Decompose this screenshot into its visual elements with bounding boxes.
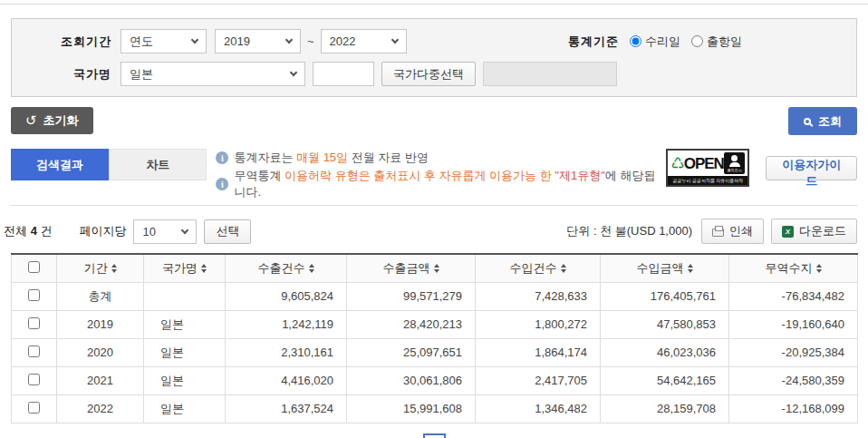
row-checkbox-cell — [12, 310, 57, 338]
cell-import-amount: 28,159,708 — [601, 394, 729, 423]
row-checkbox-cell — [12, 282, 57, 310]
cell-import-count: 1,800,272 — [476, 310, 601, 338]
column-label: 무역수지 — [766, 260, 813, 277]
cell-trade-balance: -12,168,099 — [729, 394, 858, 423]
chevron-down-icon — [285, 36, 293, 44]
notice-block: i 통계자료는 매월 15일 전월 자료 반영 i 무역통계 이용허락 유형은 … — [216, 149, 666, 200]
country-value: 일본 — [130, 66, 153, 83]
column-header-export-amount[interactable]: 수출금액 — [347, 254, 476, 282]
column-header-country[interactable]: 국가명 — [144, 254, 226, 282]
excel-icon: X — [782, 226, 794, 238]
cell-export-count: 2,310,161 — [226, 338, 347, 366]
cell-import-amount: 176,405,761 — [601, 282, 729, 310]
sort-icon[interactable] — [201, 264, 207, 273]
tab-label: 검색결과 — [36, 157, 83, 173]
cell-country: 일본 — [144, 394, 226, 423]
select-button[interactable]: 선택 — [204, 219, 251, 244]
cell-export-count: 9,605,824 — [226, 282, 347, 310]
cell-period: 2021 — [57, 366, 144, 394]
radio-input[interactable] — [691, 35, 703, 47]
tab-search-results[interactable]: 검색결과 — [11, 149, 109, 180]
per-page-value: 10 — [142, 225, 155, 238]
cell-import-count: 1,864,174 — [476, 338, 601, 366]
search-button[interactable]: 조회 — [788, 107, 857, 135]
radio-label: 수리일 — [645, 34, 680, 50]
cell-import-count: 2,417,705 — [476, 366, 601, 394]
country-select[interactable]: 일본 — [121, 62, 305, 86]
year-from-select[interactable]: 2019 — [215, 29, 301, 54]
cell-country — [144, 282, 226, 310]
cell-country: 일본 — [144, 310, 226, 338]
column-header-import-amount[interactable]: 수입금액 — [601, 254, 729, 282]
cell-export-count: 4,416,020 — [226, 366, 347, 394]
year-to-select[interactable]: 2022 — [321, 29, 407, 54]
row-checkbox[interactable] — [28, 289, 40, 301]
period-label: 조회기간 — [24, 34, 111, 50]
tab-chart[interactable]: 차트 — [109, 149, 207, 180]
period-type-select[interactable]: 연도 — [121, 29, 207, 54]
sort-icon[interactable] — [309, 264, 314, 273]
select-all-cell — [12, 254, 57, 282]
sort-icon[interactable] — [688, 264, 693, 273]
cell-period: 총계 — [57, 282, 144, 310]
row-checkbox[interactable] — [28, 317, 40, 329]
table-row: 2020일본2,310,16125,097,6511,864,17446,023… — [12, 338, 858, 366]
year-from-value: 2019 — [224, 34, 250, 48]
sort-icon[interactable] — [561, 264, 566, 273]
top-divider — [0, 4, 868, 5]
radio-label: 출항일 — [707, 34, 742, 50]
cell-period: 2020 — [57, 338, 144, 366]
notice-line: i 무역통계 이용허락 유형은 출처표시 후 자유롭게 이용가능 한 "제1유형… — [216, 168, 666, 200]
print-button[interactable]: 인쇄 — [701, 219, 764, 244]
info-icon: i — [216, 151, 228, 164]
column-header-import-count[interactable]: 수입건수 — [476, 254, 601, 282]
country-code-input[interactable] — [313, 62, 374, 86]
row-checkbox[interactable] — [28, 374, 40, 385]
radio-input[interactable] — [630, 35, 641, 47]
select-all-checkbox[interactable] — [28, 261, 40, 273]
table-row: 2019일본1,242,11928,420,2131,800,27247,580… — [12, 310, 858, 338]
sort-icon[interactable] — [111, 264, 117, 273]
range-separator: ~ — [307, 34, 314, 48]
cell-import-count: 1,346,482 — [476, 394, 601, 423]
per-page-label: 페이지당 — [79, 223, 126, 239]
print-button-label: 인쇄 — [729, 223, 753, 239]
country-multi-select-button[interactable]: 국가다중선택 — [381, 62, 476, 86]
per-page-select[interactable]: 10 — [133, 219, 197, 244]
stats-basis-radio-수리일[interactable]: 수리일 — [630, 34, 680, 50]
column-header-period[interactable]: 기간 — [57, 254, 144, 282]
results-table: 기간국가명수출건수수출금액수입건수수입금액무역수지 총계9,605,82499,… — [11, 253, 858, 423]
info-icon: i — [216, 178, 228, 190]
user-guide-button[interactable]: 이용자가이드 — [766, 156, 857, 180]
column-header-export-count[interactable]: 수출건수 — [226, 254, 347, 282]
table-row: 2022일본1,637,52415,991,6081,346,48228,159… — [12, 394, 858, 423]
row-checkbox-cell — [12, 338, 57, 366]
column-header-trade-balance[interactable]: 무역수지 — [729, 254, 858, 282]
download-button-label: 다운로드 — [799, 223, 846, 239]
stats-basis-radios: 수리일출항일 — [630, 34, 742, 50]
cell-import-amount: 54,642,165 — [601, 366, 729, 394]
row-checkbox-cell — [12, 394, 57, 423]
chevron-down-icon — [191, 36, 198, 44]
column-label: 기간 — [84, 260, 108, 277]
search-button-label: 조회 — [818, 113, 842, 130]
reset-button[interactable]: ↺ 초기화 — [11, 107, 93, 134]
cell-country: 일본 — [144, 338, 226, 366]
total-count: 4 — [31, 224, 37, 238]
table-row: 2021일본4,416,02030,061,8062,417,70554,642… — [12, 366, 858, 394]
sort-icon[interactable] — [434, 264, 439, 273]
row-checkbox[interactable] — [28, 402, 40, 414]
stats-basis-radio-출항일[interactable]: 출항일 — [691, 34, 742, 50]
sort-icon[interactable] — [816, 264, 822, 273]
column-label: 수출건수 — [258, 260, 305, 277]
page-button-1[interactable]: 1 — [423, 433, 446, 438]
cell-period: 2019 — [57, 310, 144, 338]
cell-export-count: 1,242,119 — [226, 310, 347, 338]
row-checkbox-cell — [12, 366, 57, 394]
row-checkbox[interactable] — [28, 346, 40, 357]
year-to-value: 2022 — [330, 34, 356, 48]
column-label: 수입건수 — [510, 260, 557, 277]
kogl-footer: 공공누리 공공저작물 자유이용허락 — [668, 176, 747, 185]
search-icon — [804, 118, 811, 125]
download-button[interactable]: X 다운로드 — [771, 219, 857, 244]
